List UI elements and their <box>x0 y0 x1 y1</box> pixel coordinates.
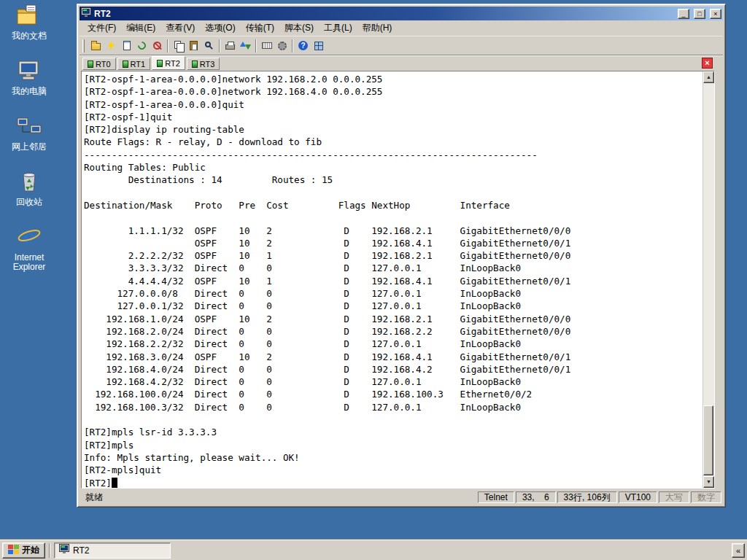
desktop-icon-label: 回收站 <box>16 198 42 207</box>
window-title: RT2 <box>94 9 673 19</box>
desktop-icon-label: 网上邻居 <box>12 142 47 152</box>
desktop-icon-label: 我的电脑 <box>12 87 47 96</box>
desktop-icon-recycle-bin[interactable]: 回收站 <box>4 171 54 207</box>
menu-file[interactable]: 文件(F) <box>82 20 121 36</box>
find-icon[interactable] <box>201 38 217 53</box>
status-protocol: Telnet <box>478 491 514 503</box>
desktop-icon-my-computer[interactable]: 我的电脑 <box>4 60 54 96</box>
scroll-thumb[interactable] <box>703 405 713 475</box>
status-bar: 就绪 Telnet 33, 6 33行, 106列 VT100 大写 数字 <box>80 490 723 505</box>
my-computer-icon <box>17 60 42 85</box>
tab-rt3[interactable]: RT3 <box>187 58 220 70</box>
terminal: [RT2-ospf-1-area-0.0.0.0]network 192.168… <box>81 71 715 489</box>
quick-connect-icon-glyph <box>108 41 115 51</box>
svg-text:e: e <box>22 226 35 248</box>
terminal-output[interactable]: [RT2-ospf-1-area-0.0.0.0]network 192.168… <box>82 71 703 488</box>
task-terminal-icon <box>59 544 69 556</box>
start-button-label: 开始 <box>22 544 39 556</box>
reconnect-icon-glyph <box>136 40 148 52</box>
title-bar[interactable]: RT2 _ □ × <box>80 7 723 20</box>
copy-icon-glyph <box>174 41 181 49</box>
zmodem-transfer-icon[interactable] <box>238 38 253 53</box>
session-status-icon <box>192 61 198 68</box>
toolbar-separator <box>292 39 293 52</box>
menu-help[interactable]: 帮助(H) <box>357 20 398 36</box>
connect-icon[interactable] <box>88 38 104 53</box>
menu-script[interactable]: 脚本(S) <box>279 20 319 36</box>
desktop-icon-label: 我的文档 <box>12 31 47 41</box>
maximize-button[interactable]: □ <box>694 9 705 19</box>
toolbar-separator <box>167 39 169 52</box>
paste-icon[interactable] <box>186 38 201 53</box>
menu-edit[interactable]: 编辑(E) <box>121 20 160 36</box>
desktop-icon-list: 我的文档 我的电脑 <box>4 4 54 272</box>
tab-rt1[interactable]: RT1 <box>117 58 151 70</box>
session-tabs-icon[interactable] <box>311 38 326 53</box>
tab-label: RT2 <box>165 59 180 68</box>
copy-icon[interactable] <box>171 38 186 53</box>
scroll-up-button[interactable]: ▲ <box>703 71 714 83</box>
toolbar-separator <box>219 39 220 52</box>
status-caps-lock: 大写 <box>659 491 689 503</box>
terminal-window: RT2 _ □ × 文件(F) 编辑(E) 查看(V) 选项(O) 传输(T) … <box>77 4 726 508</box>
session-status-icon <box>88 61 93 68</box>
print-icon-glyph <box>225 44 235 50</box>
my-documents-icon <box>17 4 42 29</box>
desktop-icon-network-places[interactable]: 网上邻居 <box>4 115 54 152</box>
toolbar: ? <box>80 36 723 55</box>
session-tabs-icon-glyph <box>314 42 323 50</box>
tab-rt2[interactable]: RT2 <box>152 56 185 70</box>
desktop-icon-internet-explorer[interactable]: e Internet Explorer <box>4 226 54 272</box>
taskbar-task-rt2[interactable]: RT2 <box>54 542 171 559</box>
find-icon-glyph <box>205 42 211 47</box>
desktop-icon-label: Internet Explorer <box>4 253 54 272</box>
notification-chevron-button[interactable]: « <box>732 543 745 558</box>
recycle-bin-icon <box>17 171 42 195</box>
keymap-icon-glyph <box>262 42 272 49</box>
status-cursor-position: 33, 6 <box>516 491 556 503</box>
desktop-icon-my-documents[interactable]: 我的文档 <box>4 4 54 41</box>
app-icon <box>81 7 91 20</box>
quick-connect-icon[interactable] <box>104 38 119 53</box>
status-terminal-size: 33行, 106列 <box>557 491 617 503</box>
zmodem-transfer-icon-glyph <box>240 40 251 51</box>
session-options-icon-glyph <box>278 42 287 50</box>
terminal-cursor <box>112 478 117 488</box>
help-icon-glyph: ? <box>298 41 308 50</box>
tab-bar: RT0RT1RT2RT3 × <box>80 55 723 71</box>
tab-rt0[interactable]: RT0 <box>82 58 116 70</box>
tab-label: RT3 <box>200 60 215 69</box>
help-icon[interactable]: ? <box>295 38 311 53</box>
menu-tools[interactable]: 工具(L) <box>319 20 357 36</box>
connect-icon-glyph <box>91 43 101 50</box>
minimize-button[interactable]: _ <box>678 9 689 19</box>
start-button[interactable]: 开始 <box>2 542 45 559</box>
tab-label: RT0 <box>96 60 111 69</box>
scroll-track[interactable] <box>703 83 714 476</box>
keymap-icon[interactable] <box>259 38 274 53</box>
tab-label: RT1 <box>131 60 146 69</box>
print-icon[interactable] <box>222 38 238 53</box>
connect-in-tab-icon[interactable] <box>119 38 134 53</box>
disconnect-icon[interactable] <box>150 38 165 53</box>
taskbar-divider <box>49 543 50 558</box>
reconnect-icon[interactable] <box>134 38 150 53</box>
menu-bar: 文件(F) 编辑(E) 查看(V) 选项(O) 传输(T) 脚本(S) 工具(L… <box>80 20 723 36</box>
session-options-icon[interactable] <box>274 38 290 53</box>
close-button[interactable]: × <box>710 9 721 19</box>
session-status-icon <box>123 61 128 68</box>
scroll-down-button[interactable]: ▼ <box>703 476 714 488</box>
menu-view[interactable]: 查看(V) <box>160 20 200 36</box>
toolbar-grip[interactable] <box>82 39 85 52</box>
session-status-icon <box>157 60 163 67</box>
windows-logo-icon <box>8 545 19 556</box>
task-label: RT2 <box>73 545 89 556</box>
connect-in-tab-icon-glyph <box>123 41 131 50</box>
internet-explorer-icon: e <box>17 226 42 251</box>
network-places-icon <box>17 115 42 140</box>
toolbar-buttons: ? <box>88 38 326 53</box>
menu-options[interactable]: 选项(O) <box>200 20 240 36</box>
status-emulation: VT100 <box>619 491 657 503</box>
close-session-button[interactable]: × <box>702 58 713 69</box>
menu-transfer[interactable]: 传输(T) <box>241 20 279 36</box>
